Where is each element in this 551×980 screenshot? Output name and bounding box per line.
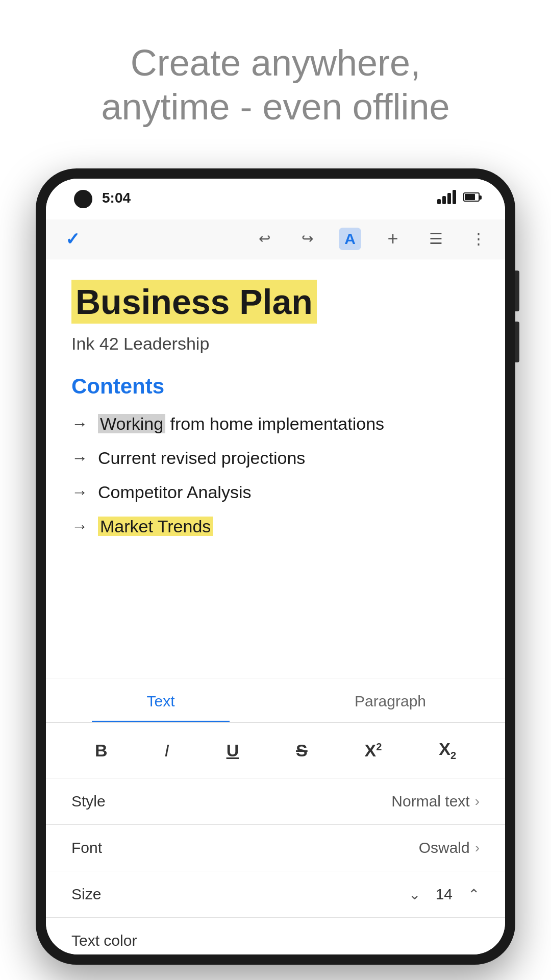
size-decrease-button[interactable]: ⌄ bbox=[409, 886, 420, 903]
strikethrough-button[interactable]: S bbox=[289, 737, 315, 765]
size-label: Size bbox=[71, 886, 101, 903]
hero-line2: anytime - even offline bbox=[101, 86, 449, 127]
underline-button[interactable]: U bbox=[219, 737, 246, 765]
status-icons bbox=[437, 190, 480, 204]
volume-up-button bbox=[515, 271, 519, 311]
text-color-row[interactable]: Text color bbox=[46, 918, 505, 954]
battery-icon bbox=[463, 192, 480, 202]
size-row: Size ⌄ 14 ⌃ bbox=[46, 871, 505, 918]
format-row: B I U S X2 X2 bbox=[46, 723, 505, 778]
subscript-button[interactable]: X2 bbox=[432, 735, 463, 766]
toolbar: ✓ ↩ ↪ A + ☰ ⋮ bbox=[46, 218, 505, 259]
undo-icon[interactable]: ↩ bbox=[253, 228, 276, 250]
arrow-icon: → bbox=[71, 517, 88, 536]
font-value[interactable]: Oswald › bbox=[419, 839, 480, 856]
arrow-icon: → bbox=[71, 449, 88, 468]
signal-icon bbox=[437, 190, 456, 204]
list-item: → Competitor Analysis bbox=[71, 482, 480, 502]
size-increase-button[interactable]: ⌃ bbox=[468, 886, 480, 903]
status-time: 5:04 bbox=[102, 190, 131, 206]
comment-icon[interactable]: ☰ bbox=[424, 228, 447, 250]
phone-screen: 5:04 ✓ ↩ ↪ A + ☰ ⋮ bbox=[46, 179, 505, 954]
camera-dot bbox=[74, 190, 92, 208]
italic-button[interactable]: I bbox=[157, 737, 176, 765]
phone-frame: 5:04 ✓ ↩ ↪ A + ☰ ⋮ bbox=[36, 168, 515, 965]
section-title: Contents bbox=[71, 374, 480, 399]
list-item: → Working from home implementations bbox=[71, 414, 480, 434]
bold-button[interactable]: B bbox=[88, 737, 115, 765]
document-subtitle: Ink 42 Leadership bbox=[71, 334, 480, 354]
status-bar: 5:04 bbox=[46, 179, 505, 219]
style-row[interactable]: Style Normal text › bbox=[46, 778, 505, 825]
volume-down-button bbox=[515, 322, 519, 362]
style-value[interactable]: Normal text › bbox=[391, 793, 480, 810]
bottom-panel: Text Paragraph B I U S X2 X2 Style Norma… bbox=[46, 678, 505, 954]
add-icon[interactable]: + bbox=[382, 228, 404, 250]
redo-icon[interactable]: ↪ bbox=[296, 228, 318, 250]
more-icon[interactable]: ⋮ bbox=[467, 228, 490, 250]
hero-line1: Create anywhere, bbox=[131, 42, 420, 83]
hero-text: Create anywhere, anytime - even offline bbox=[0, 0, 551, 155]
text-color-label: Text color bbox=[71, 932, 137, 949]
font-row[interactable]: Font Oswald › bbox=[46, 825, 505, 871]
text-format-icon[interactable]: A bbox=[339, 228, 361, 250]
arrow-icon: → bbox=[71, 414, 88, 433]
size-value: 14 bbox=[436, 886, 453, 903]
title-highlight: Business Plan bbox=[71, 280, 317, 324]
panel-tabs: Text Paragraph bbox=[46, 678, 505, 723]
tab-text[interactable]: Text bbox=[46, 678, 276, 722]
chevron-right-icon: › bbox=[475, 793, 480, 810]
list-item: → Current revised projections bbox=[71, 448, 480, 468]
style-label: Style bbox=[71, 793, 106, 810]
document-title: Business Plan bbox=[76, 282, 313, 321]
chevron-right-icon: › bbox=[475, 840, 480, 856]
size-controls: ⌄ 14 ⌃ bbox=[409, 886, 480, 903]
check-icon[interactable]: ✓ bbox=[61, 228, 84, 250]
font-label: Font bbox=[71, 839, 102, 856]
tab-paragraph[interactable]: Paragraph bbox=[276, 678, 505, 722]
arrow-icon: → bbox=[71, 483, 88, 502]
list-item: → Market Trends bbox=[71, 517, 480, 536]
superscript-button[interactable]: X2 bbox=[358, 737, 389, 765]
